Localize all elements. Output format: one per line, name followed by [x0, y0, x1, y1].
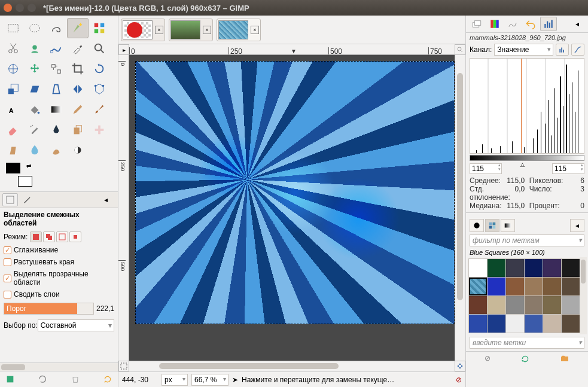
mode-add[interactable] — [43, 231, 55, 242]
image-tab-2[interactable]: × — [217, 19, 261, 41]
bg-color[interactable] — [18, 176, 32, 187]
pattern-item[interactable] — [525, 296, 543, 314]
free-select-tool[interactable] — [45, 18, 67, 38]
cage-tool[interactable] — [89, 79, 110, 99]
histogram-log-icon[interactable] — [571, 44, 584, 56]
paths-tab[interactable] — [504, 17, 521, 31]
reset-options-icon[interactable] — [101, 373, 114, 385]
pattern-item[interactable] — [543, 315, 561, 333]
pattern-item[interactable] — [562, 259, 580, 277]
pattern-item[interactable] — [488, 296, 505, 314]
align-tool[interactable] — [45, 59, 67, 79]
canvas-scroll-horizontal[interactable] — [129, 361, 455, 371]
measure-tool[interactable] — [2, 59, 24, 79]
pattern-item[interactable] — [562, 278, 580, 295]
rect-select-tool[interactable] — [2, 18, 24, 38]
color-select-tool[interactable] — [89, 18, 110, 38]
merge-checkbox[interactable] — [4, 291, 11, 298]
antialias-checkbox[interactable] — [4, 246, 11, 254]
quick-mask-icon[interactable] — [118, 361, 129, 371]
window-close-icon[interactable] — [4, 4, 12, 12]
device-status-tab[interactable] — [20, 193, 35, 206]
smudge-tool[interactable] — [45, 140, 67, 160]
pattern-item[interactable] — [525, 278, 543, 295]
image-tab-0[interactable]: × — [121, 19, 165, 41]
navigate-icon[interactable] — [455, 361, 465, 371]
rotate-tool[interactable] — [89, 59, 110, 79]
pattern-delete-icon[interactable]: ⊘ — [485, 354, 490, 365]
ruler-origin-icon[interactable]: ▸ — [118, 44, 129, 55]
pattern-item[interactable] — [488, 315, 505, 333]
heal-tool[interactable] — [89, 120, 110, 140]
close-icon[interactable]: × — [203, 26, 211, 34]
pattern-item[interactable] — [525, 315, 543, 333]
image-tab-1[interactable]: × — [169, 19, 213, 41]
pattern-item[interactable] — [543, 296, 561, 314]
histogram-tab[interactable] — [540, 17, 557, 31]
ruler-horizontal[interactable]: 0 250 500 750 ▼ — [129, 44, 455, 55]
pattern-item[interactable] — [562, 296, 580, 314]
fg-color[interactable] — [6, 163, 20, 173]
pattern-item[interactable] — [506, 259, 524, 277]
canvas[interactable] — [129, 55, 455, 361]
canvas-image[interactable] — [135, 61, 455, 324]
delete-options-icon[interactable] — [69, 373, 82, 385]
range-high-input[interactable]: 115 — [552, 163, 584, 174]
pattern-item[interactable] — [506, 315, 524, 333]
pattern-item-selected[interactable] — [469, 278, 487, 295]
histogram[interactable] — [470, 58, 584, 154]
scissors-tool[interactable] — [2, 38, 24, 59]
blur-tool[interactable] — [24, 140, 45, 160]
transparent-checkbox[interactable] — [4, 275, 11, 282]
pattern-scrollbar[interactable] — [580, 257, 587, 334]
pattern-filter-input[interactable]: фильтр по меткам — [470, 234, 584, 246]
channel-dropdown[interactable]: Значение — [494, 44, 553, 56]
range-low-input[interactable]: 115 — [470, 163, 502, 174]
fuzzy-select-tool[interactable] — [67, 18, 89, 38]
ink-tool[interactable] — [45, 120, 67, 140]
eraser-tool[interactable] — [2, 120, 24, 140]
swap-colors-icon[interactable]: ⇄ — [26, 163, 31, 169]
color-swatches[interactable]: ⇄ — [6, 163, 32, 187]
mode-replace[interactable] — [30, 231, 42, 242]
pattern-item[interactable] — [488, 278, 505, 295]
gradients-tab[interactable] — [501, 219, 515, 232]
status-zoom-dropdown[interactable]: 66,7 % — [191, 374, 229, 386]
status-unit-dropdown[interactable]: px — [162, 374, 188, 386]
window-minimize-icon[interactable] — [16, 4, 24, 12]
feather-checkbox[interactable] — [4, 258, 11, 266]
ruler-vertical[interactable]: 0 250 500 — [118, 55, 129, 361]
pattern-item[interactable] — [469, 315, 487, 333]
perspective-clone-tool[interactable] — [2, 140, 24, 160]
brushes-tab[interactable] — [470, 219, 484, 232]
options-scrollbar[interactable] — [0, 362, 118, 371]
paintbrush-tool[interactable] — [89, 99, 110, 120]
threshold-value[interactable]: 222,1 — [94, 304, 114, 313]
pattern-item[interactable] — [506, 278, 524, 295]
status-cancel-icon[interactable]: ⊘ — [456, 376, 462, 384]
pattern-refresh-icon[interactable] — [520, 354, 530, 365]
threshold-slider[interactable]: Порог 222,1 — [4, 303, 114, 315]
pattern-item[interactable] — [469, 296, 487, 314]
dock-menu-icon[interactable]: ◂ — [98, 193, 114, 206]
pattern-item[interactable] — [525, 259, 543, 277]
move-tool[interactable] — [24, 59, 45, 79]
blend-tool[interactable] — [45, 99, 67, 120]
pattern-item[interactable] — [562, 315, 580, 333]
pattern-item[interactable] — [469, 259, 487, 277]
color-picker-tool[interactable] — [67, 38, 89, 59]
mode-intersect[interactable] — [69, 231, 81, 242]
tool-options-tab[interactable] — [2, 193, 18, 206]
crop-tool[interactable] — [67, 59, 89, 79]
bucket-fill-tool[interactable] — [24, 99, 45, 120]
pencil-tool[interactable] — [67, 99, 89, 120]
airbrush-tool[interactable] — [24, 120, 45, 140]
clone-tool[interactable] — [67, 120, 89, 140]
patterns-tab[interactable] — [485, 219, 499, 232]
canvas-scroll-vertical[interactable] — [455, 55, 465, 361]
right-dock-menu-icon[interactable]: ◂ — [569, 17, 586, 31]
perspective-tool[interactable] — [45, 79, 67, 99]
text-tool[interactable]: A — [2, 99, 24, 120]
restore-options-icon[interactable] — [36, 373, 49, 385]
save-options-icon[interactable] — [4, 373, 17, 385]
